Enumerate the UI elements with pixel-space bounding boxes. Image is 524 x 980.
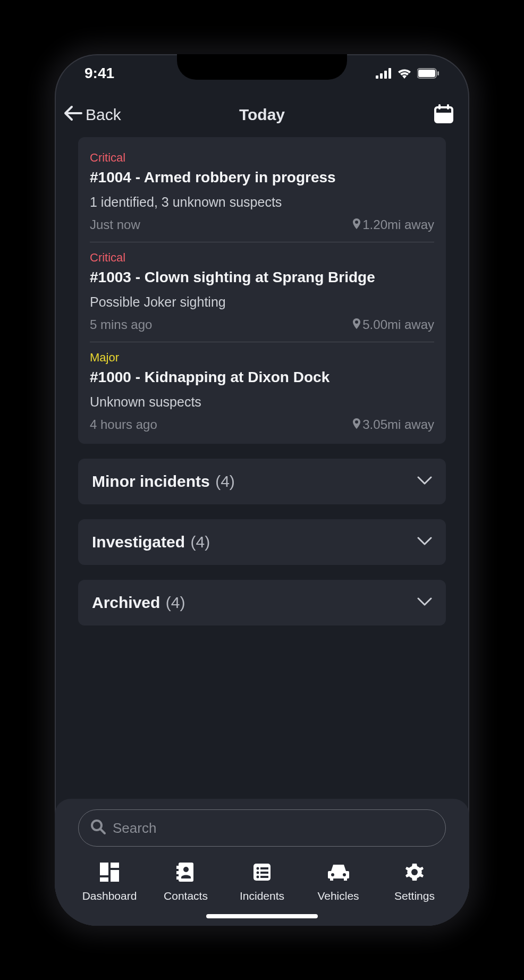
incident-meta: 4 hours ago 3.05mi away	[90, 417, 434, 432]
calendar-button[interactable]	[433, 103, 454, 126]
svg-rect-28	[260, 876, 268, 878]
incident-title: #1004 - Armed robbery in progress	[90, 169, 434, 186]
chevron-down-icon	[417, 476, 432, 487]
accordion-count: (4)	[215, 472, 235, 490]
incident-row[interactable]: Critical #1003 - Clown sighting at Spran…	[90, 242, 434, 342]
contacts-icon	[175, 861, 197, 885]
accordion-archived[interactable]: Archived (4)	[78, 580, 446, 626]
incident-distance: 3.05mi away	[353, 417, 434, 432]
svg-rect-15	[100, 877, 108, 882]
content-area: Critical #1004 - Armed robbery in progre…	[55, 137, 469, 799]
status-indicators	[376, 68, 440, 79]
navigation-bar: Back Today	[55, 92, 469, 137]
device-notch	[177, 54, 347, 80]
incident-time: Just now	[90, 217, 140, 232]
incident-subtitle: Possible Joker sighting	[90, 294, 434, 310]
svg-line-12	[100, 829, 105, 833]
svg-point-29	[331, 873, 334, 876]
svg-rect-26	[260, 872, 268, 874]
location-pin-icon	[353, 417, 360, 432]
search-field-wrap[interactable]	[78, 809, 446, 847]
svg-rect-13	[100, 863, 108, 875]
distance-text: 5.00mi away	[362, 317, 434, 332]
svg-point-23	[257, 867, 259, 870]
svg-rect-2	[384, 71, 387, 79]
wifi-icon	[397, 68, 412, 79]
svg-rect-10	[447, 104, 449, 109]
svg-rect-6	[437, 71, 439, 75]
svg-rect-1	[380, 73, 383, 79]
svg-rect-21	[176, 876, 179, 880]
calendar-icon	[433, 103, 454, 126]
accordion-label: Archived	[92, 594, 160, 611]
accordion-investigated[interactable]: Investigated (4)	[78, 519, 446, 565]
chevron-down-icon	[417, 537, 432, 547]
distance-text: 1.20mi away	[362, 217, 434, 232]
home-indicator[interactable]	[206, 914, 318, 918]
severity-badge: Major	[90, 351, 434, 365]
tab-label: Dashboard	[82, 890, 137, 902]
tab-label: Settings	[394, 890, 435, 902]
svg-rect-24	[260, 867, 268, 869]
incident-title: #1003 - Clown sighting at Sprang Bridge	[90, 269, 434, 286]
svg-point-25	[257, 872, 259, 874]
bottom-tabs: Dashboard Contacts Incidents Vehicles	[78, 856, 446, 902]
svg-rect-8	[435, 113, 452, 122]
incident-time: 4 hours ago	[90, 417, 157, 432]
tab-bar: Dashboard Contacts Incidents Vehicles	[55, 799, 469, 926]
tab-label: Vehicles	[317, 890, 359, 902]
search-input[interactable]	[113, 820, 434, 837]
location-pin-icon	[353, 217, 360, 232]
vehicles-icon	[327, 861, 350, 885]
svg-rect-0	[376, 75, 378, 79]
tab-label: Incidents	[240, 890, 284, 902]
phone-frame: 9:41 Back Today	[55, 54, 469, 926]
accordion-label: Investigated	[92, 533, 185, 551]
tab-label: Contacts	[164, 890, 208, 902]
location-pin-icon	[353, 317, 360, 332]
back-button[interactable]: Back	[63, 105, 121, 125]
incident-row[interactable]: Major #1000 - Kidnapping at Dixon Dock U…	[90, 342, 434, 432]
status-time: 9:41	[84, 65, 114, 82]
tab-dashboard[interactable]: Dashboard	[80, 861, 139, 902]
svg-rect-19	[176, 866, 179, 869]
back-label: Back	[86, 106, 121, 124]
tab-contacts[interactable]: Contacts	[157, 861, 215, 902]
svg-rect-3	[388, 68, 391, 79]
incident-meta: Just now 1.20mi away	[90, 217, 434, 232]
battery-icon	[417, 68, 440, 79]
tab-vehicles[interactable]: Vehicles	[309, 861, 368, 902]
svg-rect-16	[111, 870, 119, 882]
arrow-left-icon	[63, 105, 82, 125]
tab-incidents[interactable]: Incidents	[233, 861, 291, 902]
distance-text: 3.05mi away	[362, 417, 434, 432]
cellular-signal-icon	[376, 68, 392, 79]
incident-title: #1000 - Kidnapping at Dixon Dock	[90, 369, 434, 386]
incident-meta: 5 mins ago 5.00mi away	[90, 317, 434, 332]
tab-settings[interactable]: Settings	[385, 861, 444, 902]
open-incidents-card: Critical #1004 - Armed robbery in progre…	[78, 137, 446, 444]
accordion-minor-incidents[interactable]: Minor incidents (4)	[78, 459, 446, 504]
incident-subtitle: Unknown suspects	[90, 394, 434, 410]
accordion-count: (4)	[191, 533, 210, 551]
search-icon	[90, 819, 106, 837]
incident-distance: 1.20mi away	[353, 217, 434, 232]
accordion-count: (4)	[166, 594, 185, 611]
settings-icon	[404, 861, 425, 885]
accordion-label: Minor incidents	[92, 472, 210, 490]
incident-time: 5 mins ago	[90, 317, 152, 332]
svg-rect-14	[111, 863, 119, 868]
incident-row[interactable]: Critical #1004 - Armed robbery in progre…	[90, 142, 434, 242]
svg-point-30	[343, 873, 346, 876]
incident-subtitle: 1 identified, 3 unknown suspects	[90, 195, 434, 210]
incident-distance: 5.00mi away	[353, 317, 434, 332]
chevron-down-icon	[417, 597, 432, 608]
incidents-icon	[251, 861, 273, 885]
severity-badge: Critical	[90, 151, 434, 165]
svg-rect-20	[176, 871, 179, 874]
dashboard-icon	[99, 861, 120, 885]
severity-badge: Critical	[90, 251, 434, 265]
page-title: Today	[239, 106, 285, 124]
svg-rect-5	[418, 70, 435, 77]
svg-point-18	[183, 867, 189, 872]
